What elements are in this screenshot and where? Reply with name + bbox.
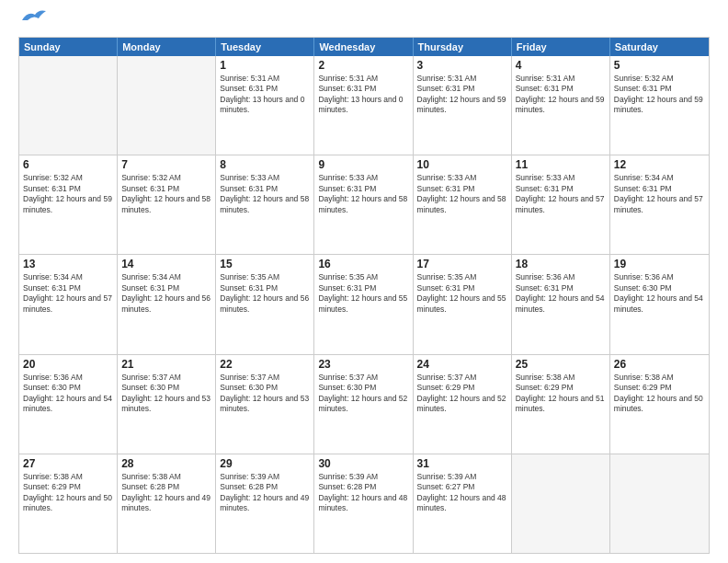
header-day-saturday: Saturday: [610, 38, 709, 56]
day-info: Sunrise: 5:31 AMSunset: 6:31 PMDaylight:…: [318, 74, 408, 116]
day-number: 11: [516, 158, 606, 171]
day-number: 30: [318, 457, 408, 470]
day-info: Sunrise: 5:34 AMSunset: 6:31 PMDaylight:…: [614, 173, 705, 215]
day-info: Sunrise: 5:37 AMSunset: 6:30 PMDaylight:…: [318, 373, 408, 415]
calendar-header: SundayMondayTuesdayWednesdayThursdayFrid…: [19, 38, 709, 56]
day-cell-29: 29Sunrise: 5:39 AMSunset: 6:28 PMDayligh…: [216, 454, 314, 553]
calendar-week-4: 20Sunrise: 5:36 AMSunset: 6:30 PMDayligh…: [19, 354, 709, 454]
calendar-body: 1Sunrise: 5:31 AMSunset: 6:31 PMDaylight…: [19, 56, 709, 553]
empty-cell: [512, 454, 610, 553]
empty-cell: [610, 454, 709, 553]
day-number: 29: [220, 457, 310, 470]
day-info: Sunrise: 5:33 AMSunset: 6:31 PMDaylight:…: [318, 173, 408, 215]
day-cell-26: 26Sunrise: 5:38 AMSunset: 6:29 PMDayligh…: [610, 355, 709, 454]
day-info: Sunrise: 5:32 AMSunset: 6:31 PMDaylight:…: [614, 74, 705, 116]
day-info: Sunrise: 5:35 AMSunset: 6:31 PMDaylight:…: [417, 272, 507, 315]
day-cell-6: 6Sunrise: 5:32 AMSunset: 6:31 PMDaylight…: [19, 155, 118, 254]
day-number: 13: [23, 258, 113, 270]
day-info: Sunrise: 5:39 AMSunset: 6:28 PMDaylight:…: [220, 472, 310, 514]
day-number: 4: [516, 59, 606, 72]
day-info: Sunrise: 5:33 AMSunset: 6:31 PMDaylight:…: [516, 173, 606, 215]
day-info: Sunrise: 5:32 AMSunset: 6:31 PMDaylight:…: [121, 173, 211, 215]
day-info: Sunrise: 5:38 AMSunset: 6:29 PMDaylight:…: [614, 373, 705, 415]
day-cell-21: 21Sunrise: 5:37 AMSunset: 6:30 PMDayligh…: [118, 355, 216, 454]
day-cell-3: 3Sunrise: 5:31 AMSunset: 6:31 PMDaylight…: [414, 56, 512, 155]
calendar-week-5: 27Sunrise: 5:38 AMSunset: 6:29 PMDayligh…: [19, 454, 709, 553]
day-number: 3: [417, 59, 507, 72]
day-cell-27: 27Sunrise: 5:38 AMSunset: 6:29 PMDayligh…: [19, 454, 118, 553]
day-number: 1: [220, 59, 310, 72]
day-info: Sunrise: 5:38 AMSunset: 6:29 PMDaylight:…: [516, 373, 606, 415]
day-number: 31: [417, 457, 507, 470]
header-day-thursday: Thursday: [414, 38, 512, 56]
header-day-friday: Friday: [512, 38, 610, 56]
day-number: 12: [614, 158, 705, 171]
day-cell-1: 1Sunrise: 5:31 AMSunset: 6:31 PMDaylight…: [216, 56, 314, 155]
day-info: Sunrise: 5:36 AMSunset: 6:31 PMDaylight:…: [516, 272, 606, 315]
day-info: Sunrise: 5:34 AMSunset: 6:31 PMDaylight:…: [23, 272, 113, 315]
day-number: 23: [318, 358, 408, 371]
day-cell-5: 5Sunrise: 5:32 AMSunset: 6:31 PMDaylight…: [610, 56, 709, 155]
day-cell-19: 19Sunrise: 5:36 AMSunset: 6:30 PMDayligh…: [610, 255, 709, 353]
page: SundayMondayTuesdayWednesdayThursdayFrid…: [0, 0, 728, 563]
day-cell-12: 12Sunrise: 5:34 AMSunset: 6:31 PMDayligh…: [610, 155, 709, 254]
day-number: 20: [23, 358, 113, 371]
day-number: 16: [318, 258, 408, 270]
day-number: 14: [121, 258, 211, 270]
day-number: 27: [23, 457, 113, 470]
day-info: Sunrise: 5:38 AMSunset: 6:29 PMDaylight:…: [23, 472, 113, 514]
day-cell-31: 31Sunrise: 5:39 AMSunset: 6:27 PMDayligh…: [414, 454, 512, 553]
day-info: Sunrise: 5:33 AMSunset: 6:31 PMDaylight:…: [220, 173, 310, 215]
day-number: 21: [121, 358, 211, 371]
day-number: 22: [220, 358, 310, 371]
day-info: Sunrise: 5:39 AMSunset: 6:27 PMDaylight:…: [417, 472, 507, 514]
day-cell-28: 28Sunrise: 5:38 AMSunset: 6:28 PMDayligh…: [118, 454, 216, 553]
day-cell-2: 2Sunrise: 5:31 AMSunset: 6:31 PMDaylight…: [314, 56, 413, 155]
day-number: 19: [614, 258, 705, 270]
calendar-week-1: 1Sunrise: 5:31 AMSunset: 6:31 PMDaylight…: [19, 56, 709, 155]
header-day-tuesday: Tuesday: [216, 38, 314, 56]
day-number: 17: [417, 258, 507, 270]
day-info: Sunrise: 5:35 AMSunset: 6:31 PMDaylight:…: [318, 272, 408, 315]
day-cell-4: 4Sunrise: 5:31 AMSunset: 6:31 PMDaylight…: [512, 56, 610, 155]
day-number: 26: [614, 358, 705, 371]
day-info: Sunrise: 5:39 AMSunset: 6:28 PMDaylight:…: [318, 472, 408, 514]
day-cell-23: 23Sunrise: 5:37 AMSunset: 6:30 PMDayligh…: [314, 355, 413, 454]
logo-bird-icon: [20, 7, 48, 28]
calendar-week-3: 13Sunrise: 5:34 AMSunset: 6:31 PMDayligh…: [19, 254, 709, 353]
day-number: 5: [614, 59, 705, 72]
empty-cell: [118, 56, 216, 155]
day-info: Sunrise: 5:37 AMSunset: 6:29 PMDaylight:…: [417, 373, 507, 415]
day-cell-7: 7Sunrise: 5:32 AMSunset: 6:31 PMDaylight…: [118, 155, 216, 254]
day-info: Sunrise: 5:31 AMSunset: 6:31 PMDaylight:…: [516, 74, 606, 116]
day-cell-14: 14Sunrise: 5:34 AMSunset: 6:31 PMDayligh…: [118, 255, 216, 353]
day-info: Sunrise: 5:31 AMSunset: 6:31 PMDaylight:…: [417, 74, 507, 116]
day-cell-18: 18Sunrise: 5:36 AMSunset: 6:31 PMDayligh…: [512, 255, 610, 353]
day-cell-8: 8Sunrise: 5:33 AMSunset: 6:31 PMDaylight…: [216, 155, 314, 254]
day-cell-16: 16Sunrise: 5:35 AMSunset: 6:31 PMDayligh…: [314, 255, 413, 353]
day-number: 6: [23, 158, 113, 171]
day-info: Sunrise: 5:34 AMSunset: 6:31 PMDaylight:…: [121, 272, 211, 315]
day-cell-9: 9Sunrise: 5:33 AMSunset: 6:31 PMDaylight…: [314, 155, 413, 254]
logo: [18, 15, 48, 28]
day-info: Sunrise: 5:36 AMSunset: 6:30 PMDaylight:…: [23, 373, 113, 415]
day-cell-30: 30Sunrise: 5:39 AMSunset: 6:28 PMDayligh…: [314, 454, 413, 553]
day-number: 28: [121, 457, 211, 470]
header: [18, 15, 710, 28]
calendar-week-2: 6Sunrise: 5:32 AMSunset: 6:31 PMDaylight…: [19, 155, 709, 254]
day-number: 9: [318, 158, 408, 171]
header-day-sunday: Sunday: [19, 38, 118, 56]
header-day-wednesday: Wednesday: [314, 38, 413, 56]
day-cell-20: 20Sunrise: 5:36 AMSunset: 6:30 PMDayligh…: [19, 355, 118, 454]
day-cell-15: 15Sunrise: 5:35 AMSunset: 6:31 PMDayligh…: [216, 255, 314, 353]
day-info: Sunrise: 5:35 AMSunset: 6:31 PMDaylight:…: [220, 272, 310, 315]
day-cell-10: 10Sunrise: 5:33 AMSunset: 6:31 PMDayligh…: [414, 155, 512, 254]
header-day-monday: Monday: [118, 38, 216, 56]
day-info: Sunrise: 5:32 AMSunset: 6:31 PMDaylight:…: [23, 173, 113, 215]
day-cell-25: 25Sunrise: 5:38 AMSunset: 6:29 PMDayligh…: [512, 355, 610, 454]
day-number: 24: [417, 358, 507, 371]
day-info: Sunrise: 5:37 AMSunset: 6:30 PMDaylight:…: [220, 373, 310, 415]
day-cell-17: 17Sunrise: 5:35 AMSunset: 6:31 PMDayligh…: [414, 255, 512, 353]
day-info: Sunrise: 5:37 AMSunset: 6:30 PMDaylight:…: [121, 373, 211, 415]
day-cell-11: 11Sunrise: 5:33 AMSunset: 6:31 PMDayligh…: [512, 155, 610, 254]
